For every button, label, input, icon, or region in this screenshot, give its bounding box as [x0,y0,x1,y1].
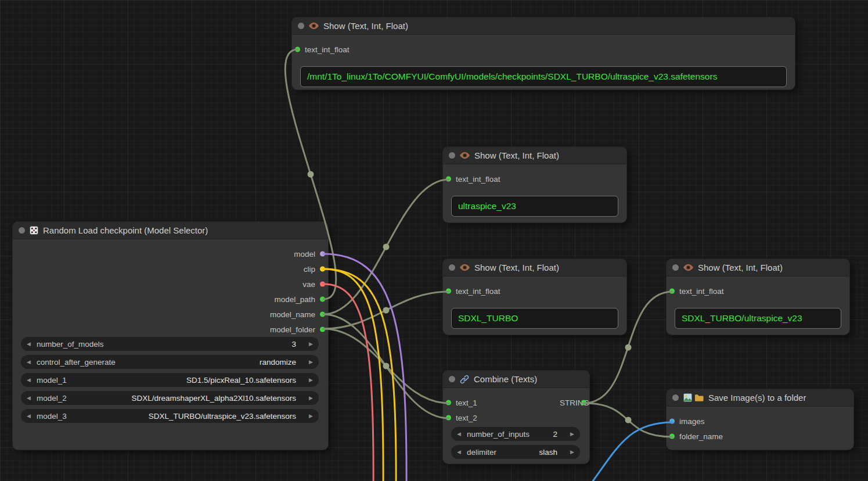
node-show-text-int-float-path[interactable]: Show (Text, Int, Float) text_int_float /… [292,17,795,89]
node-header[interactable]: Combine (Texts) [443,371,589,388]
output-dot-string[interactable] [581,400,586,405]
node-combine-texts[interactable]: Combine (Texts) text_1 STRING text_2 ◀ n… [443,371,589,464]
link-midpoint-dot[interactable] [383,363,390,369]
input-slot-label: folder_name [679,432,723,441]
input-slot-text-2: text_2 [443,410,589,425]
collapse-dot[interactable] [449,152,455,159]
widget-control-after-generate[interactable]: ◀ control_after_generate randomize ▶ [21,355,319,369]
input-slot-text-int-float: text_int_float [292,42,795,57]
link-model-name-to-show [323,180,449,314]
increment-arrow-icon[interactable]: ▶ [309,378,313,383]
increment-arrow-icon[interactable]: ▶ [309,342,313,347]
widget-model-1[interactable]: ◀ model_1 SD1.5/picxReal_10.safetensors … [21,373,319,387]
text-display-widget[interactable]: SDXL_TURBO [451,308,618,329]
decrement-arrow-icon[interactable]: ◀ [27,360,31,365]
text-display-widget[interactable]: /mnt/1To_linux/1To/COMFYUI/ComfyUI/model… [300,66,787,87]
output-slot-label: model_path [274,295,315,304]
increment-arrow-icon[interactable]: ▶ [309,414,313,419]
link-model-folder-to-combine-text1 [323,329,449,403]
dice-icon [30,226,38,235]
decrement-arrow-icon[interactable]: ◀ [457,450,461,455]
link-string-to-save-folder-name [584,403,672,437]
decrement-arrow-icon[interactable]: ◀ [457,432,461,437]
widget-number-of-models[interactable]: ◀ number_of_models 3 ▶ [21,337,319,351]
link-clip-offscreen-2 [323,269,396,481]
link-midpoint-dot[interactable] [625,344,632,351]
widget-model-3[interactable]: ◀ model_3 SDXL_TURBO/ultraspice_v23.safe… [21,409,319,423]
node-show-text-int-float-folder[interactable]: Show (Text, Int, Float) text_int_float S… [443,259,626,335]
decrement-arrow-icon[interactable]: ◀ [27,342,31,347]
output-dot-model-path[interactable] [320,297,325,302]
collapse-dot[interactable] [449,376,455,382]
input-slot-text-int-float: text_int_float [667,283,849,299]
decrement-arrow-icon[interactable]: ◀ [27,396,31,401]
collapse-dot[interactable] [19,227,25,234]
input-dot-string[interactable] [446,415,451,421]
text-display-widget[interactable]: SDXL_TURBO/ultraspice_v23 [675,308,841,329]
link-vae-offscreen [323,284,373,481]
output-dot-model[interactable] [320,252,325,257]
input-slot-folder-name: folder_name [667,429,853,444]
node-header[interactable]: Show (Text, Int, Float) [292,17,795,35]
input-dot-string[interactable] [446,289,451,294]
node-show-text-int-float-name[interactable]: Show (Text, Int, Float) text_int_float u… [443,147,626,222]
node-random-load-checkpoint[interactable]: Random Load checkpoint (Model Selector) … [13,222,328,450]
link-icon [460,375,469,384]
link-midpoint-dot[interactable] [383,244,390,250]
input-slot-images: images [667,414,853,429]
input-dot-string[interactable] [669,289,675,294]
folder-icon [694,394,704,402]
increment-arrow-icon[interactable]: ▶ [570,450,574,455]
node-header[interactable]: Save Image(s) to a folder [667,389,853,407]
output-slot-label: model [294,250,315,259]
input-dot-string[interactable] [446,177,451,182]
collapse-dot[interactable] [672,394,679,401]
node-save-images-to-folder[interactable]: Save Image(s) to a folder images folder_… [667,389,853,450]
text-display-widget[interactable]: ultraspice_v23 [451,196,618,217]
node-title: Show (Text, Int, Float) [474,263,559,272]
output-slot-label: model_name [270,310,315,319]
output-slot-clip: clip [13,261,328,277]
widget-value: randomize [260,358,296,367]
decrement-arrow-icon[interactable]: ◀ [27,414,31,419]
collapse-dot[interactable] [672,264,679,271]
link-midpoint-dot[interactable] [625,417,632,423]
node-show-text-int-float-combined[interactable]: Show (Text, Int, Float) text_int_float S… [667,259,849,335]
input-dot-string[interactable] [669,434,675,439]
collapse-dot[interactable] [449,264,455,271]
decrement-arrow-icon[interactable]: ◀ [27,378,31,383]
widget-label: number_of_models [37,340,104,349]
output-slot-vae: vae [13,277,328,292]
widget-label: model_2 [37,394,67,403]
widget-number-of-inputs[interactable]: ◀ number_of_inputs 2 ▶ [451,427,580,441]
output-dot-model-name[interactable] [320,312,325,317]
link-model-offscreen [323,254,406,481]
input-dot-string[interactable] [446,400,451,405]
link-midpoint-dot[interactable] [383,307,390,314]
link-midpoint-dot[interactable] [308,171,314,178]
widget-value: SDXL/dreamshaperXL_alpha2Xl10.safetensor… [131,394,296,403]
widget-model-2[interactable]: ◀ model_2 SDXL/dreamshaperXL_alpha2Xl10.… [21,391,319,405]
input-slot-text-int-float: text_int_float [443,171,626,186]
node-header[interactable]: Show (Text, Int, Float) [667,259,849,277]
node-title: Show (Text, Int, Float) [474,150,559,160]
input-dot-string[interactable] [295,47,300,52]
node-canvas[interactable]: Show (Text, Int, Float) text_int_float /… [0,0,868,481]
increment-arrow-icon[interactable]: ▶ [309,360,313,365]
node-header[interactable]: Random Load checkpoint (Model Selector) [13,222,328,239]
input-slot-label: text_int_float [456,175,500,184]
increment-arrow-icon[interactable]: ▶ [570,432,574,437]
collapse-dot[interactable] [298,23,304,29]
output-dot-clip[interactable] [320,267,325,272]
text-display-value: SDXL_TURBO/ultraspice_v23 [682,313,802,324]
node-header[interactable]: Show (Text, Int, Float) [443,259,626,277]
output-slot-model-folder: model_folder [13,322,328,337]
input-slot-text-1: text_1 STRING [443,395,589,410]
output-dot-vae[interactable] [320,282,325,287]
node-header[interactable]: Show (Text, Int, Float) [443,147,626,164]
widget-delimiter[interactable]: ◀ delimiter slash ▶ [451,445,580,459]
increment-arrow-icon[interactable]: ▶ [309,396,313,401]
eye-icon [460,152,470,159]
output-dot-model-folder[interactable] [320,327,325,332]
input-dot-image[interactable] [669,419,675,424]
